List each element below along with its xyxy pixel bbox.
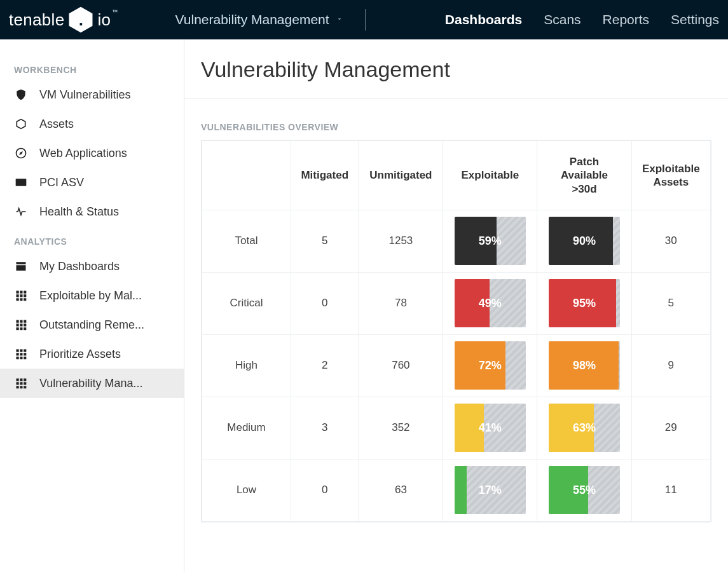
sidebar-item-label: Prioritize Assets	[39, 348, 121, 361]
sidebar-item[interactable]: Exploitable by Mal...	[0, 281, 184, 310]
cell-mitigated: 3	[291, 397, 359, 459]
compass-icon	[14, 146, 28, 160]
brand-suffix: io	[97, 10, 111, 30]
main-content: Vulnerability Management VULNERABILITIES…	[184, 39, 728, 572]
sidebar-item[interactable]: Outstanding Reme...	[0, 310, 184, 339]
cell-patch: 90%	[537, 210, 631, 272]
sidebar-item-label: VM Vulnerabilities	[39, 88, 130, 102]
cell-mitigated: 0	[291, 272, 359, 334]
pulse-icon	[14, 205, 28, 219]
overview-heading: VULNERABILITIES OVERVIEW	[201, 122, 711, 132]
brand-tm: ™	[112, 9, 118, 15]
sidebar-section-title: ANALYTICS	[0, 226, 184, 252]
chevron-down-icon	[336, 15, 343, 24]
cell-exp-assets: 29	[631, 397, 710, 459]
nav-reports[interactable]: Reports	[603, 0, 650, 39]
cell-exploitable: 59%	[443, 210, 537, 272]
dash-icon	[14, 259, 28, 273]
sidebar-item[interactable]: My Dashboards	[0, 252, 184, 281]
table-row[interactable]: Critical07849%95%5	[202, 272, 711, 334]
primary-nav-dropdown[interactable]: Vulnerability Management	[175, 12, 343, 27]
sidebar-item-label: Vulnerability Mana...	[39, 377, 142, 390]
brand-logo[interactable]: tenable . io ™	[9, 6, 118, 34]
nav-separator	[365, 9, 366, 31]
cell-patch: 63%	[537, 397, 631, 459]
table-row[interactable]: High276072%98%9	[202, 334, 711, 397]
overview-card: MitigatedUnmitigatedExploitablePatchAvai…	[201, 140, 711, 522]
cell-mitigated: 5	[291, 210, 359, 272]
cell-unmitigated: 1253	[359, 210, 443, 272]
sidebar-item-label: Web Applications	[39, 147, 127, 160]
grid-icon	[14, 376, 28, 390]
sidebar-item[interactable]: VM Vulnerabilities	[0, 80, 184, 109]
row-label: High	[202, 334, 291, 397]
grid-icon	[14, 347, 28, 361]
row-label: Total	[202, 210, 291, 272]
nav-settings[interactable]: Settings	[671, 0, 719, 39]
column-header: Mitigated	[291, 141, 359, 210]
sidebar-item-label: Health & Status	[39, 205, 119, 219]
column-header: Exploitable	[443, 141, 537, 210]
top-bar: tenable . io ™ Vulnerability Management …	[0, 0, 728, 39]
cell-mitigated: 2	[291, 334, 359, 397]
cell-patch: 55%	[537, 459, 631, 521]
cell-exp-assets: 5	[631, 272, 710, 334]
sidebar: WORKBENCHVM VulnerabilitiesAssetsWeb App…	[0, 39, 184, 572]
nav-dashboards[interactable]: Dashboards	[445, 0, 522, 39]
column-header: PatchAvailable>30d	[537, 141, 631, 210]
cell-exp-assets: 30	[631, 210, 710, 272]
sidebar-item-label: Exploitable by Mal...	[39, 289, 142, 303]
sidebar-item[interactable]: Web Applications	[0, 139, 184, 168]
row-label: Medium	[202, 397, 291, 459]
divider	[184, 99, 728, 99]
cell-exploitable: 41%	[443, 397, 537, 459]
sidebar-item-label: Assets	[39, 118, 74, 131]
cell-unmitigated: 78	[359, 272, 443, 334]
nav-scans[interactable]: Scans	[544, 0, 580, 39]
brand-prefix: tenable	[9, 10, 64, 30]
grid-icon	[14, 318, 28, 332]
column-header: Unmitigated	[359, 141, 443, 210]
cell-exp-assets: 9	[631, 334, 710, 397]
column-header: ExploitableAssets	[631, 141, 710, 210]
page-title: Vulnerability Management	[201, 57, 711, 82]
row-label: Critical	[202, 272, 291, 334]
table-row[interactable]: Medium335241%63%29	[202, 397, 711, 459]
cell-unmitigated: 760	[359, 334, 443, 397]
sidebar-item[interactable]: Assets	[0, 109, 184, 139]
cell-exploitable: 17%	[443, 459, 537, 521]
brand-hex-icon: .	[67, 6, 95, 34]
cell-mitigated: 0	[291, 459, 359, 521]
top-nav: DashboardsScansReportsSettings	[445, 0, 719, 39]
sidebar-item[interactable]: Prioritize Assets	[0, 339, 184, 369]
cell-patch: 95%	[537, 272, 631, 334]
column-header	[202, 141, 291, 210]
card-icon	[14, 175, 28, 189]
sidebar-section-title: WORKBENCH	[0, 55, 184, 80]
table-row[interactable]: Total5125359%90%30	[202, 210, 711, 272]
cell-unmitigated: 352	[359, 397, 443, 459]
cell-patch: 98%	[537, 334, 631, 397]
row-label: Low	[202, 459, 291, 521]
grid-icon	[14, 289, 28, 303]
cell-exploitable: 72%	[443, 334, 537, 397]
sidebar-item-label: Outstanding Reme...	[39, 318, 144, 332]
sidebar-item-label: PCI ASV	[39, 176, 84, 189]
cell-exp-assets: 11	[631, 459, 710, 521]
overview-table: MitigatedUnmitigatedExploitablePatchAvai…	[202, 140, 711, 522]
cell-unmitigated: 63	[359, 459, 443, 521]
sidebar-item[interactable]: PCI ASV	[0, 168, 184, 197]
sidebar-item[interactable]: Vulnerability Mana...	[0, 369, 184, 398]
sidebar-item-label: My Dashboards	[39, 260, 120, 273]
shield-icon	[14, 88, 28, 102]
cube-icon	[14, 117, 28, 131]
table-row[interactable]: Low06317%55%11	[202, 459, 711, 521]
sidebar-item[interactable]: Health & Status	[0, 197, 184, 226]
cell-exploitable: 49%	[443, 272, 537, 334]
primary-nav-label: Vulnerability Management	[175, 12, 329, 27]
overview-header-row: MitigatedUnmitigatedExploitablePatchAvai…	[202, 141, 711, 210]
